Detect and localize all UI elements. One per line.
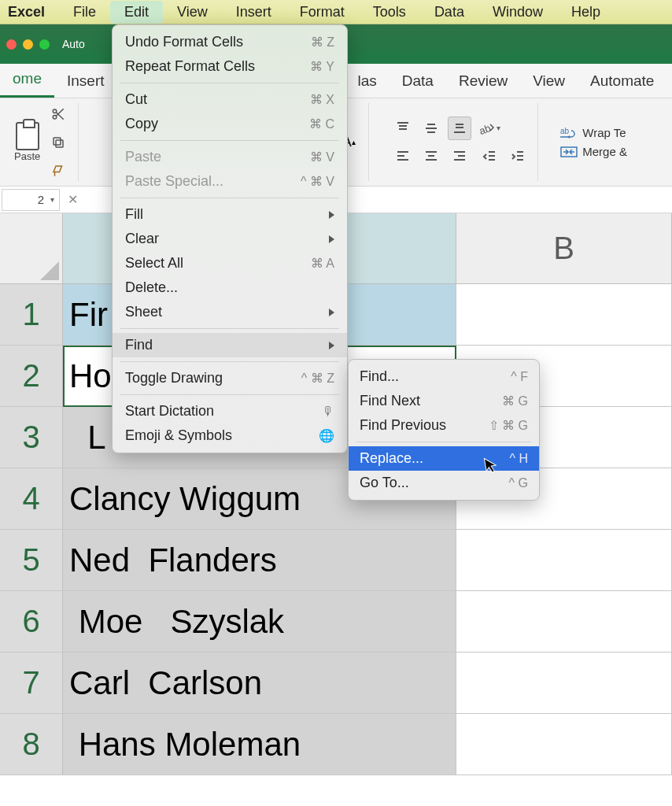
smi-find-prev-shortcut: ⇧ ⌘ G — [489, 418, 528, 433]
mi-clear[interactable]: Clear — [113, 227, 347, 251]
mi-select-all-label: Select All — [125, 255, 183, 272]
align-right-button[interactable] — [448, 145, 471, 168]
smi-find-next-label: Find Next — [360, 393, 420, 409]
cell-b1[interactable] — [456, 284, 672, 346]
cut-button[interactable] — [46, 102, 70, 126]
row-header-3[interactable]: 3 — [0, 407, 63, 468]
increase-indent-button[interactable] — [506, 145, 530, 168]
row-header-1[interactable]: 1 — [0, 284, 63, 346]
align-left-button[interactable] — [391, 145, 415, 168]
mouse-cursor-icon — [483, 456, 500, 475]
menu-help[interactable]: Help — [557, 1, 615, 24]
edit-menu-dropdown[interactable]: Undo Format Cells⌘ Z Repeat Format Cells… — [112, 24, 348, 453]
zoom-icon[interactable] — [39, 39, 50, 50]
scissors-icon — [51, 107, 65, 121]
align-top-button[interactable] — [391, 116, 415, 140]
cancel-formula-button[interactable]: ✕ — [68, 192, 78, 207]
cell-a7[interactable]: Carl Carlson — [63, 653, 456, 714]
mi-cut-label: Cut — [125, 91, 147, 108]
mi-undo[interactable]: Undo Format Cells⌘ Z — [113, 30, 347, 54]
smi-replace[interactable]: Replace...^ H — [349, 446, 539, 471]
menu-edit[interactable]: Edit — [110, 1, 163, 24]
merge-icon — [560, 145, 578, 159]
mi-sheet-label: Sheet — [125, 304, 162, 320]
align-center-button[interactable] — [419, 145, 443, 168]
menu-view[interactable]: View — [163, 1, 222, 24]
outdent-icon — [482, 150, 497, 164]
find-submenu[interactable]: Find...^ F Find Next⌘ G Find Previous⇧ ⌘… — [348, 359, 540, 501]
menu-separator — [356, 442, 531, 442]
cell-b6[interactable] — [456, 591, 672, 653]
name-box[interactable]: 2 ▾ — [2, 189, 60, 211]
menu-file[interactable]: File — [59, 1, 110, 24]
mi-repeat[interactable]: Repeat Format Cells⌘ Y — [113, 54, 347, 79]
mi-select-all[interactable]: Select All⌘ A — [113, 251, 347, 275]
tab-data[interactable]: Data — [390, 65, 446, 98]
app-name: Excel — [8, 4, 45, 20]
mi-toggle-drawing[interactable]: Toggle Drawing^ ⌘ Z — [113, 366, 347, 390]
cell-b5[interactable] — [456, 530, 672, 591]
mi-cut[interactable]: Cut⌘ X — [113, 87, 347, 112]
mi-emoji[interactable]: Emoji & Symbols🌐 — [113, 423, 347, 448]
align-middle-button[interactable] — [419, 116, 443, 140]
paste-button[interactable]: Paste — [14, 122, 40, 162]
window-controls[interactable] — [6, 39, 50, 50]
indent-icon — [511, 150, 525, 164]
chevron-right-icon — [329, 309, 334, 316]
col-header-b[interactable]: B — [456, 213, 672, 284]
tab-review[interactable]: Review — [446, 65, 520, 98]
align-bottom-button[interactable] — [448, 116, 471, 140]
menu-tools[interactable]: Tools — [359, 1, 420, 24]
minimize-icon[interactable] — [23, 39, 33, 50]
menu-separator — [120, 328, 339, 329]
row-header-5[interactable]: 5 — [0, 530, 63, 591]
smi-find-next[interactable]: Find Next⌘ G — [349, 389, 539, 413]
menu-window[interactable]: Window — [478, 1, 557, 24]
cell-a6[interactable]: Moe Szyslak — [63, 591, 456, 653]
merge-button[interactable]: Merge & — [560, 145, 627, 159]
copy-button[interactable] — [46, 131, 70, 154]
alignment-group: ab▾ — [383, 103, 538, 181]
decrease-indent-button[interactable] — [478, 145, 501, 168]
mi-cut-shortcut: ⌘ X — [310, 92, 334, 107]
smi-find-next-shortcut: ⌘ G — [502, 394, 528, 409]
smi-find[interactable]: Find...^ F — [349, 364, 539, 389]
tab-automate[interactable]: Automate — [578, 65, 666, 98]
tab-view[interactable]: View — [520, 65, 578, 98]
autosave-label: Auto — [62, 38, 85, 50]
row-header-7[interactable]: 7 — [0, 653, 63, 714]
align-middle-icon — [424, 121, 438, 135]
row-header-6[interactable]: 6 — [0, 591, 63, 653]
menu-insert[interactable]: Insert — [222, 1, 286, 24]
cell-a8[interactable]: Hans Moleman — [63, 714, 456, 775]
wrap-text-label: Wrap Te — [582, 126, 626, 139]
mi-fill[interactable]: Fill — [113, 202, 347, 227]
tab-insert[interactable]: Insert — [54, 65, 117, 98]
tab-home[interactable]: ome — [0, 62, 54, 98]
format-painter-button[interactable] — [46, 159, 70, 183]
wrap-text-button[interactable]: ab Wrap Te — [560, 126, 627, 140]
menu-data[interactable]: Data — [420, 1, 478, 24]
chevron-down-icon[interactable]: ▾ — [50, 195, 54, 204]
select-all-corner[interactable] — [0, 213, 63, 284]
mi-find[interactable]: Find — [113, 333, 347, 357]
smi-replace-label: Replace... — [360, 450, 423, 467]
row-header-4[interactable]: 4 — [0, 468, 63, 530]
tab-formulas[interactable]: las — [345, 65, 390, 98]
orientation-button[interactable]: ab▾ — [478, 116, 501, 140]
row-header-2[interactable]: 2 — [0, 346, 63, 407]
menu-format[interactable]: Format — [286, 1, 359, 24]
cell-a5[interactable]: Ned Flanders — [63, 530, 456, 591]
mi-delete[interactable]: Delete... — [113, 275, 347, 300]
mi-dictation[interactable]: Start Dictation🎙 — [113, 399, 347, 423]
cell-b7[interactable] — [456, 653, 672, 714]
smi-find-prev[interactable]: Find Previous⇧ ⌘ G — [349, 413, 539, 438]
close-icon[interactable] — [6, 39, 17, 50]
cell-b8[interactable] — [456, 714, 672, 775]
mi-copy-shortcut: ⌘ C — [309, 116, 334, 131]
smi-goto[interactable]: Go To...^ G — [349, 471, 539, 495]
mi-sheet[interactable]: Sheet — [113, 300, 347, 324]
row-header-8[interactable]: 8 — [0, 714, 63, 775]
align-bottom-icon — [452, 121, 467, 135]
mi-copy[interactable]: Copy⌘ C — [113, 112, 347, 136]
